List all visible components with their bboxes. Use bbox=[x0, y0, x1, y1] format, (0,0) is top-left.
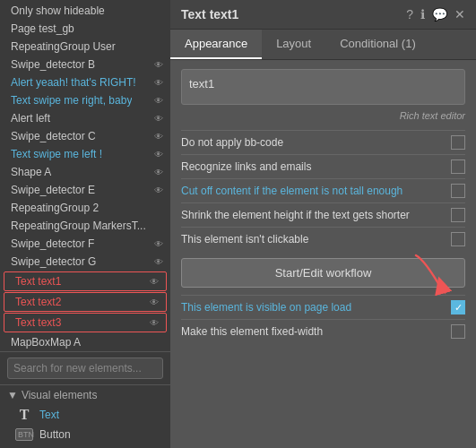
arrow-container: Start/Edit workflow bbox=[181, 251, 465, 295]
ve-item-label: Button bbox=[39, 428, 71, 441]
help-icon[interactable]: ? bbox=[406, 7, 413, 22]
chat-icon[interactable]: 💬 bbox=[432, 7, 447, 22]
list-item-label: Swipe_detector F bbox=[11, 237, 94, 250]
header-icons: ? ℹ 💬 ✕ bbox=[406, 7, 465, 22]
eye-icon[interactable]: 👁 bbox=[154, 96, 163, 106]
visible-option-row: This element is visible on page load bbox=[181, 295, 465, 319]
list-item-label: Text text2 bbox=[15, 296, 61, 308]
ve-item-ve-button[interactable]: BTNButton bbox=[0, 425, 170, 444]
checkbox-not-clickable[interactable] bbox=[451, 232, 465, 246]
element-list: Only show hideablePage test_gbRepeatingG… bbox=[0, 0, 170, 351]
list-item-label: Swipe_detector C bbox=[11, 130, 96, 142]
left-panel: Only show hideablePage test_gbRepeatingG… bbox=[0, 0, 170, 448]
list-item-label: Swipe_detector G bbox=[11, 255, 96, 268]
option-row-do-not-apply-bb-code: Do not apply bb-code bbox=[181, 130, 465, 154]
list-item-label: Text swipe me left ! bbox=[11, 148, 102, 160]
eye-icon[interactable]: 👁 bbox=[154, 185, 163, 195]
eye-icon[interactable]: 👁 bbox=[150, 277, 159, 287]
list-item-label: RepeatingGroup 2 bbox=[11, 202, 99, 214]
ve-text-icon: T bbox=[14, 408, 34, 422]
option-label-fixed-width: Make this element fixed-width bbox=[181, 325, 451, 338]
list-item-label: Text swipe me right, baby bbox=[11, 94, 132, 107]
list-item-only-show-hideable[interactable]: Only show hideable bbox=[0, 2, 170, 20]
tab-appearance[interactable]: Appearance bbox=[170, 30, 262, 59]
panel-title: Text text1 bbox=[181, 7, 238, 22]
eye-icon[interactable]: 👁 bbox=[154, 168, 163, 177]
list-item-label: RepeatingGroup User bbox=[11, 40, 116, 53]
list-item-alert-left[interactable]: Alert left👁 bbox=[0, 109, 170, 127]
checkbox-visible[interactable] bbox=[451, 300, 465, 314]
ve-button-icon: BTN bbox=[14, 427, 34, 442]
info-icon[interactable]: ℹ bbox=[420, 7, 425, 22]
right-panel: Text text1 ? ℹ 💬 ✕ AppearanceLayoutCondi… bbox=[170, 0, 476, 448]
panel-header: Text text1 ? ℹ 💬 ✕ bbox=[170, 0, 476, 30]
checkbox-do-not-apply-bb-code[interactable] bbox=[451, 135, 465, 150]
tab-layout[interactable]: Layout bbox=[262, 30, 325, 59]
list-item-swipe-detector-e[interactable]: Swipe_detector E👁 bbox=[0, 181, 170, 199]
close-icon[interactable]: ✕ bbox=[454, 7, 465, 22]
list-item-text-text2[interactable]: Text text2👁 bbox=[4, 292, 167, 312]
eye-icon[interactable]: 👁 bbox=[154, 132, 163, 142]
checkbox-cut-off-content[interactable] bbox=[451, 184, 465, 198]
list-item-text-swipe-left[interactable]: Text swipe me left !👁 bbox=[0, 145, 170, 163]
expand-arrow-icon: ▼ bbox=[7, 389, 18, 401]
list-item-repeating-group-markers[interactable]: RepeatingGroup MarkersT... bbox=[0, 217, 170, 235]
checkbox-shrink-height[interactable] bbox=[451, 208, 465, 222]
eye-icon[interactable]: 👁 bbox=[154, 78, 163, 88]
option-label-visible: This element is visible on page load bbox=[181, 301, 451, 314]
list-item-swipe-detector-g[interactable]: Swipe_detector G👁 bbox=[0, 253, 170, 271]
option-row-not-clickable: This element isn't clickable bbox=[181, 227, 465, 251]
fixed-width-option-row: Make this element fixed-width bbox=[181, 319, 465, 343]
checkbox-fixed-width[interactable] bbox=[451, 324, 465, 339]
list-item-swipe-detector-c[interactable]: Swipe_detector C👁 bbox=[0, 127, 170, 145]
list-item-text-text1[interactable]: Text text1👁 bbox=[4, 271, 167, 291]
option-row-recognize-links: Recognize links and emails bbox=[181, 154, 465, 178]
list-item-label: Text text3 bbox=[15, 316, 61, 329]
ve-item-ve-text[interactable]: TText bbox=[0, 405, 170, 425]
eye-icon[interactable]: 👁 bbox=[154, 60, 163, 70]
list-item-label: Shape A bbox=[11, 166, 51, 178]
list-item-swipe-detector-f[interactable]: Swipe_detector F👁 bbox=[0, 235, 170, 253]
option-label-not-clickable: This element isn't clickable bbox=[181, 233, 451, 246]
list-item-swipe-detector-b[interactable]: Swipe_detector B👁 bbox=[0, 56, 170, 73]
rich-text-editor-label: Rich text editor bbox=[181, 110, 465, 121]
list-item-text-swipe-right[interactable]: Text swipe me right, baby👁 bbox=[0, 91, 170, 109]
checkbox-recognize-links[interactable] bbox=[451, 159, 465, 174]
eye-icon[interactable]: 👁 bbox=[150, 297, 159, 307]
list-item-label: MapBoxMap A bbox=[11, 336, 81, 349]
list-item-text-text3[interactable]: Text text3👁 bbox=[4, 313, 167, 332]
options-container: Do not apply bb-codeRecognize links and … bbox=[181, 130, 465, 251]
option-label-do-not-apply-bb-code: Do not apply bb-code bbox=[181, 136, 451, 149]
list-item-page-test-gb[interactable]: Page test_gb bbox=[0, 20, 170, 38]
eye-icon[interactable]: 👁 bbox=[154, 239, 163, 249]
ve-item-label: Text bbox=[39, 409, 59, 421]
list-item-shape-a[interactable]: Shape A👁 bbox=[0, 163, 170, 181]
list-item-repeating-group-user[interactable]: RepeatingGroup User bbox=[0, 38, 170, 56]
option-label-recognize-links: Recognize links and emails bbox=[181, 160, 451, 173]
search-input[interactable] bbox=[7, 358, 163, 379]
text-input-area[interactable]: text1 bbox=[181, 69, 465, 105]
list-item-label: Alert left bbox=[11, 112, 50, 125]
list-item-label: Swipe_detector B bbox=[11, 58, 95, 71]
tabs: AppearanceLayoutConditional (1) bbox=[170, 30, 476, 60]
list-item-label: RepeatingGroup MarkersT... bbox=[11, 220, 146, 232]
list-item-label: Page test_gb bbox=[11, 22, 74, 35]
eye-icon[interactable]: 👁 bbox=[150, 318, 159, 328]
list-item-mapbox-a[interactable]: MapBoxMap A bbox=[0, 333, 170, 351]
list-item-repeating-group-2[interactable]: RepeatingGroup 2 bbox=[0, 199, 170, 217]
panel-content: text1 Rich text editor Do not apply bb-c… bbox=[170, 60, 476, 448]
eye-icon[interactable]: 👁 bbox=[154, 114, 163, 124]
list-item-label: Only show hideable bbox=[11, 4, 105, 17]
option-label-cut-off-content: Cut off content if the element is not ta… bbox=[181, 185, 451, 197]
visual-elements-header: ▼ Visual elements bbox=[0, 384, 170, 405]
visual-elements-label: Visual elements bbox=[22, 389, 98, 401]
eye-icon[interactable]: 👁 bbox=[154, 257, 163, 267]
eye-icon[interactable]: 👁 bbox=[154, 150, 163, 159]
workflow-button[interactable]: Start/Edit workflow bbox=[181, 258, 465, 288]
option-label-shrink-height: Shrink the element height if the text ge… bbox=[181, 209, 451, 221]
list-item-label: Alert yeaah! that's RIGHT! bbox=[11, 76, 136, 89]
list-item-label: Swipe_detector E bbox=[11, 184, 95, 196]
option-row-cut-off-content: Cut off content if the element is not ta… bbox=[181, 178, 465, 202]
tab-conditional[interactable]: Conditional (1) bbox=[325, 30, 430, 59]
list-item-alert-yeah[interactable]: Alert yeaah! that's RIGHT!👁 bbox=[0, 73, 170, 91]
